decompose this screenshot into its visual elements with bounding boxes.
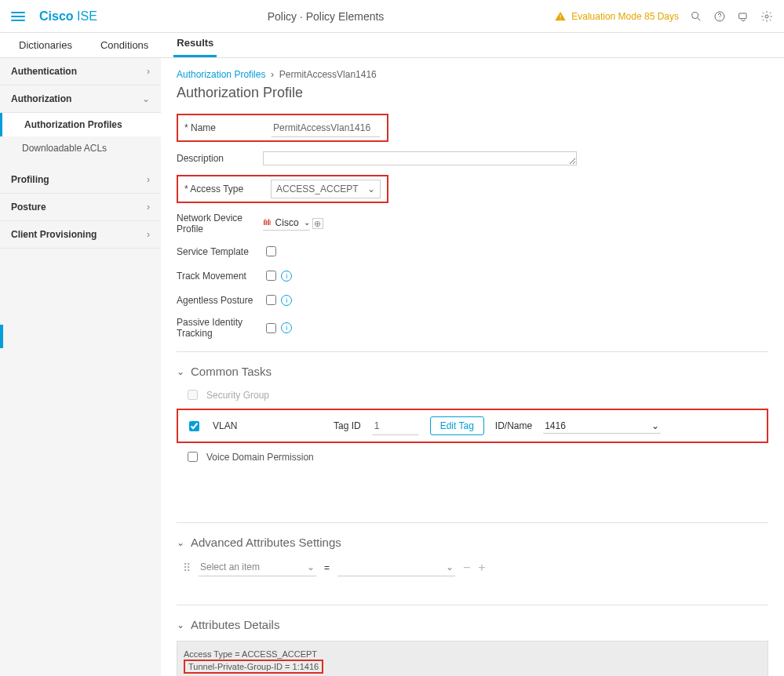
edit-tag-button[interactable]: Edit Tag: [430, 416, 484, 435]
info-icon[interactable]: i: [281, 271, 292, 282]
breadcrumb-parent[interactable]: Authorization Profiles: [177, 69, 265, 80]
sidebar-label: Client Provisioning: [11, 229, 97, 240]
idname-select[interactable]: 1416 ⌄: [543, 419, 661, 434]
chevron-down-icon: ⌄: [304, 218, 310, 227]
attr-tpgi: Tunnel-Private-Group-ID = 1:1416: [184, 660, 323, 674]
idname-label: ID/Name: [495, 420, 532, 431]
ndp-value: Cisco: [275, 217, 299, 228]
chevron-down-icon: ⌄: [177, 620, 184, 631]
sidebar-label: Authentication: [11, 66, 77, 77]
sidebar-label: Posture: [11, 202, 46, 213]
chevron-down-icon: ⌄: [446, 562, 454, 572]
cisco-icon: ılıılı: [263, 218, 271, 227]
chevron-down-icon: ⌄: [367, 184, 375, 194]
search-icon[interactable]: [690, 10, 702, 23]
vlan-checkbox[interactable]: [189, 421, 199, 431]
service-template-checkbox[interactable]: [266, 246, 276, 256]
equals-label: =: [324, 562, 330, 573]
brand-cisco: Cisco: [39, 9, 74, 23]
passive-identity-checkbox[interactable]: [266, 323, 276, 333]
main-content: Authorization Profiles › PermitAccessVla…: [161, 58, 784, 676]
idname-value: 1416: [545, 420, 566, 431]
ndp-select[interactable]: ılıılı Cisco ⌄: [263, 217, 310, 231]
advanced-attrs-header[interactable]: ⌄Advanced Attributes Settings: [177, 536, 768, 549]
eval-text: Evaluation Mode 85 Days: [571, 11, 679, 22]
sidebar-item-posture[interactable]: Posture›: [0, 194, 161, 221]
sidebar-item-downloadable-acls[interactable]: Downloadable ACLs: [0, 136, 161, 160]
access-type-select[interactable]: ACCESS_ACCEPT ⌄: [271, 180, 381, 198]
name-label: Name: [184, 122, 271, 133]
info-icon[interactable]: i: [281, 322, 292, 333]
sidebar-item-authentication[interactable]: Authentication›: [0, 58, 161, 85]
page-title: Policy · Policy Elements: [97, 10, 554, 23]
attrs-details-label: Attributes Details: [191, 618, 279, 631]
passive-identity-label: Passive Identity Tracking: [177, 317, 263, 339]
agentless-posture-checkbox[interactable]: [266, 295, 276, 305]
tab-conditions[interactable]: Conditions: [97, 39, 151, 57]
description-input[interactable]: [263, 151, 577, 165]
track-movement-label: Track Movement: [177, 271, 263, 282]
advanced-attr-row: ⠿ Select an item⌄ = ⌄ − +: [183, 558, 768, 576]
chevron-down-icon: ⌄: [177, 537, 184, 548]
chevron-right-icon: ›: [147, 174, 150, 185]
remove-row-button[interactable]: −: [463, 561, 470, 575]
chevron-right-icon: ›: [147, 202, 150, 213]
security-group-label: Security Group: [206, 390, 269, 401]
chevron-down-icon: ⌄: [177, 366, 184, 377]
chevron-down-icon: ⌄: [142, 93, 150, 104]
eval-warning[interactable]: Evaluation Mode 85 Days: [554, 10, 679, 23]
name-input[interactable]: [271, 118, 381, 137]
tagid-input[interactable]: [372, 416, 419, 435]
sidebar-item-client-provisioning[interactable]: Client Provisioning›: [0, 221, 161, 249]
sidebar-item-authorization-profiles[interactable]: Authorization Profiles: [0, 113, 161, 136]
brand-logo[interactable]: Cisco ISE: [39, 9, 97, 24]
access-type-value: ACCESS_ACCEPT: [276, 184, 359, 194]
warning-icon: [554, 10, 567, 23]
notifications-icon[interactable]: [737, 10, 749, 23]
settings-icon[interactable]: [760, 10, 773, 23]
tagid-label: Tag ID: [334, 420, 361, 431]
chevron-down-icon: ⌄: [307, 562, 315, 572]
help-icon[interactable]: [713, 10, 726, 23]
tab-results[interactable]: Results: [173, 37, 217, 57]
menu-icon[interactable]: [11, 9, 25, 24]
access-type-label: Access Type: [184, 184, 271, 194]
attributes-details-box: Access Type = ACCESS_ACCEPT Tunnel-Priva…: [177, 641, 768, 676]
sidebar-item-authorization[interactable]: Authorization⌄: [0, 85, 161, 113]
svg-point-0: [560, 18, 561, 19]
ndp-label: Network Device Profile: [177, 213, 263, 234]
add-row-button[interactable]: +: [478, 561, 485, 575]
advanced-attrs-label: Advanced Attributes Settings: [191, 536, 341, 549]
breadcrumb: Authorization Profiles › PermitAccessVla…: [177, 69, 768, 80]
info-icon[interactable]: i: [281, 295, 292, 306]
attrs-details-header[interactable]: ⌄Attributes Details: [177, 618, 768, 631]
add-ndp-button[interactable]: ⊕: [312, 218, 323, 229]
attribute-key-select[interactable]: Select an item⌄: [199, 558, 316, 576]
vlan-row: VLAN Tag ID Edit Tag ID/Name 1416 ⌄: [177, 409, 768, 443]
chevron-down-icon: ⌄: [651, 420, 659, 431]
sidebar-label: Authorization: [11, 93, 71, 104]
content-title: Authorization Profile: [177, 85, 768, 101]
service-template-label: Service Template: [177, 246, 263, 257]
agentless-posture-label: Agentless Posture: [177, 295, 263, 306]
common-tasks-header[interactable]: ⌄Common Tasks: [177, 365, 768, 378]
security-group-checkbox[interactable]: [188, 390, 198, 400]
svg-point-5: [765, 15, 768, 18]
header-actions: Evaluation Mode 85 Days: [554, 10, 773, 23]
tab-dictionaries[interactable]: Dictionaries: [16, 39, 75, 57]
sidebar-item-profiling[interactable]: Profiling›: [0, 166, 161, 194]
attr-line-highlight: Tunnel-Private-Group-ID = 1:1416: [184, 662, 761, 671]
attribute-key-placeholder: Select an item: [200, 562, 260, 572]
sidebar-label: Profiling: [11, 174, 49, 185]
tabs: Dictionaries Conditions Results: [0, 33, 784, 58]
svg-point-1: [692, 12, 698, 18]
drag-handle-icon[interactable]: ⠿: [183, 562, 191, 574]
vlan-label: VLAN: [213, 420, 323, 431]
voice-domain-label: Voice Domain Permission: [206, 452, 314, 463]
voice-domain-checkbox[interactable]: [188, 452, 198, 462]
svg-rect-4: [739, 13, 746, 19]
track-movement-checkbox[interactable]: [266, 271, 276, 281]
common-tasks-label: Common Tasks: [191, 365, 272, 378]
svg-point-3: [719, 18, 720, 19]
attribute-value-select[interactable]: ⌄: [337, 558, 455, 576]
